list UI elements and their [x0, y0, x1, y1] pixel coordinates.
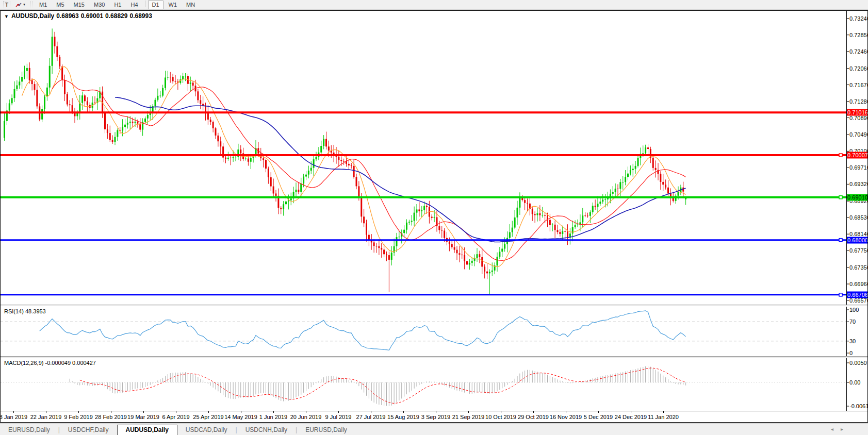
- date-axis-tick: [663, 411, 664, 413]
- rsi-axis-tick: 30: [849, 338, 856, 344]
- chart-window: ▼AUDUSD,Daily0.689630.690010.688290.6899…: [0, 10, 868, 423]
- date-axis-label: 22 Jan 2019: [30, 414, 62, 420]
- date-axis-label: 29 Oct 2019: [518, 414, 549, 420]
- date-axis-label: 28 Feb 2019: [95, 414, 127, 420]
- date-axis-tick: [371, 411, 371, 413]
- rsi-indicator-panel[interactable]: RSI(14) 48.3953 10070300: [1, 307, 867, 356]
- price-axis-tick: 0.72060: [849, 65, 867, 72]
- price-axis-tick: 0.71670: [849, 82, 867, 88]
- date-axis-tick: [403, 411, 404, 413]
- price-axis-tick: 0.72850: [849, 32, 867, 38]
- macd-axis-tick: -0.006148: [849, 403, 867, 409]
- date-axis-label: 14 May 2019: [224, 414, 257, 420]
- tab-usdcnh-daily[interactable]: USDCNH,Daily: [237, 425, 296, 435]
- tab-scroll-left-icon[interactable]: ◂: [831, 426, 833, 432]
- ohlc-low: 0.68829: [105, 12, 127, 20]
- price-chart-panel[interactable]: ▼AUDUSD,Daily0.689630.690010.688290.6899…: [1, 11, 867, 305]
- timeframe-button-h1[interactable]: H1: [110, 1, 125, 9]
- date-axis-label: 3 Sep 2019: [421, 414, 450, 420]
- date-axis-label: 24 Dec 2019: [615, 414, 647, 420]
- tab-usdcad-daily[interactable]: USDCAD,Daily: [177, 425, 236, 435]
- timeframe-button-m15[interactable]: M15: [70, 1, 89, 9]
- tab-scroll-right-icon[interactable]: ▸: [841, 426, 843, 432]
- rsi-axis-tick: 100: [849, 307, 859, 313]
- price-level-badge: 0.66706: [847, 291, 867, 298]
- timeframe-button-h4[interactable]: H4: [126, 1, 142, 9]
- date-axis-label: 1 Jun 2019: [259, 414, 287, 420]
- text-tool-icon: T: [3, 2, 10, 8]
- macd-chart[interactable]: [1, 358, 867, 411]
- tab-eurusd-daily[interactable]: EURUSD,Daily: [297, 425, 355, 435]
- date-axis-tick: [78, 411, 79, 413]
- top-toolbar: T ▾ M1M5M15M30H1H4D1W1MN: [0, 0, 868, 10]
- tab-audusd-daily[interactable]: AUDUSD,Daily: [117, 425, 177, 435]
- rsi-label: RSI(14) 48.3953: [4, 308, 46, 314]
- date-axis-tick: [208, 411, 209, 413]
- date-axis[interactable]: 3 Jan 201922 Jan 20199 Feb 201928 Feb 20…: [1, 411, 867, 422]
- tab-usdchf-daily[interactable]: USDCHF,Daily: [60, 425, 117, 435]
- date-axis-tick: [598, 411, 599, 413]
- timeframe-button-m1[interactable]: M1: [35, 1, 51, 9]
- ohlc-open: 0.68963: [56, 12, 78, 20]
- price-axis-tick: 0.67350: [849, 264, 867, 271]
- ohlc-close: 0.68993: [129, 12, 152, 20]
- rsi-value: 48.3953: [25, 308, 46, 314]
- date-axis-tick: [566, 411, 566, 413]
- macd-main-value: -0.000049: [45, 360, 71, 366]
- date-axis-label: 16 Nov 2019: [550, 414, 582, 420]
- price-axis-tick: 0.70490: [849, 131, 867, 138]
- date-axis-tick: [241, 411, 241, 413]
- date-axis-tick: [176, 411, 176, 413]
- price-axis-tick: 0.72460: [849, 48, 867, 55]
- toolbar-separator: [145, 1, 145, 7]
- date-axis-label: 3 Jan 2019: [0, 414, 27, 420]
- macd-indicator-panel[interactable]: MACD(12,26,9) -0.000049 0.000427 0.00507…: [1, 358, 867, 411]
- rsi-chart[interactable]: [1, 307, 867, 356]
- rsi-line: [40, 311, 686, 350]
- date-axis-label: 6 Apr 2019: [162, 414, 189, 420]
- date-axis-label: 11 Jan 2020: [648, 414, 679, 420]
- arrows-icon: [15, 2, 22, 8]
- date-axis-tick: [273, 411, 274, 413]
- date-axis-tick: [13, 411, 14, 413]
- price-level-badge: 0.68000: [847, 237, 867, 243]
- rsi-axis-tick: 70: [849, 319, 856, 325]
- price-axis-tick: 0.66570: [849, 297, 867, 304]
- price-axis-tick: 0.68530: [849, 214, 867, 221]
- date-axis-tick: [436, 411, 436, 413]
- candlestick-chart[interactable]: [1, 11, 867, 305]
- chart-dropdown-icon[interactable]: ▼: [4, 14, 9, 19]
- price-axis-tick: 0.69710: [849, 164, 867, 171]
- ohlc-high: 0.69001: [81, 12, 103, 20]
- date-axis-label: 9 Feb 2019: [64, 414, 93, 420]
- date-axis-tick: [111, 411, 111, 413]
- macd-signal-line: [80, 368, 686, 404]
- date-axis-label: 9 Jul 2019: [325, 414, 352, 420]
- timeframe-button-m5[interactable]: M5: [52, 1, 68, 9]
- moving-average-line-45: [115, 97, 686, 242]
- date-axis-label: 25 Apr 2019: [193, 414, 223, 420]
- price-axis-tick: 0.67750: [849, 247, 867, 254]
- date-axis-tick: [46, 411, 46, 413]
- arrow-tool-button[interactable]: ▾: [12, 1, 28, 9]
- chart-symbol: AUDUSD,Daily: [11, 12, 54, 20]
- tab-eurusd-daily[interactable]: EURUSD,Daily: [0, 425, 58, 435]
- timeframe-button-mn[interactable]: MN: [182, 1, 199, 9]
- chart-tab-bar: EURUSD,Daily|USDCHF,DailyAUDUSD,DailyUSD…: [0, 424, 868, 435]
- price-axis-tick: 0.71280: [849, 98, 867, 105]
- timeframe-button-group: M1M5M15M30H1H4D1W1MN: [35, 1, 200, 9]
- date-axis-tick: [533, 411, 534, 413]
- date-axis-tick: [501, 411, 501, 413]
- date-axis-label: 21 Sep 2019: [452, 414, 484, 420]
- date-axis-tick: [143, 411, 144, 413]
- rsi-axis-tick: 0: [849, 350, 853, 356]
- timeframe-button-d1[interactable]: D1: [148, 1, 163, 9]
- macd-axis-tick: 0.00: [849, 379, 860, 386]
- toolbar-grip: [30, 2, 32, 8]
- date-axis-tick: [468, 411, 469, 413]
- price-axis-tick: 0.73240: [849, 15, 867, 22]
- timeframe-button-w1[interactable]: W1: [165, 1, 182, 9]
- tab-scroll-arrows: ◂▸: [824, 426, 843, 432]
- timeframe-button-m30[interactable]: M30: [90, 1, 109, 9]
- text-tool-button[interactable]: T: [2, 1, 11, 9]
